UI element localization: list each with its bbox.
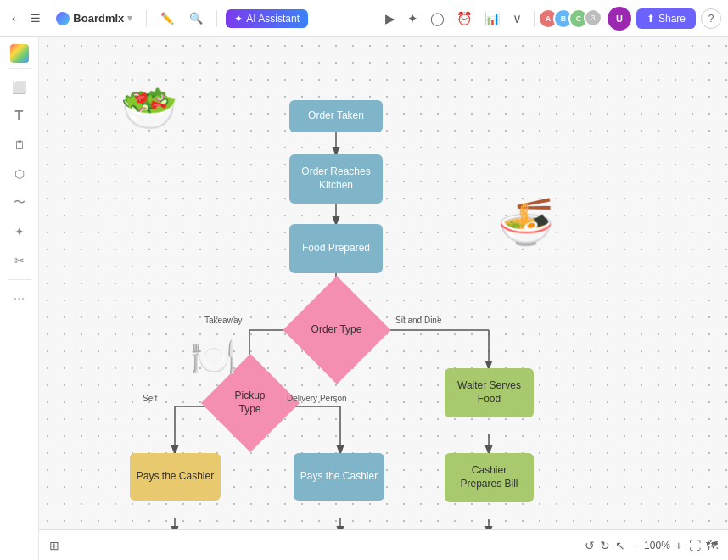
logo-icon [56,12,70,25]
zoom-control: − 100% + [630,539,684,552]
avatar-stack: A B C 3 [543,8,602,29]
menu-button[interactable]: ☰ [25,8,46,28]
zoom-out-button[interactable]: − [630,539,641,552]
order-type-diamond[interactable]: Order Type [296,292,377,368]
sticky-icon[interactable]: 🗒 [6,132,33,159]
help-button[interactable]: ? [701,8,721,29]
order-type-label: Order Type [311,323,362,337]
waiter-serves-box[interactable]: Waiter Serves Food [445,368,534,417]
pays-cashier-left-label: Pays the Cashier [137,470,214,484]
ai-icon: ✦ [234,13,243,25]
takeaway-label: Takeaway [204,316,242,325]
share-label: Share [658,13,686,25]
order-taken-label: Order Taken [308,109,364,123]
ramen-bowl-decoration: 🍜 [497,199,565,266]
toolbar-right: ▶ ✦ ◯ ⏰ 📊 ∨ A B C 3 U ⬆ Share ? [382,7,721,31]
self-label: Self [143,394,157,403]
undo-icon[interactable]: ↺ [585,539,595,552]
left-sidebar: ⬜ T 🗒 ⬡ 〜 ✦ ✂ ··· [0,37,39,560]
order-reaches-label: Order ReachesKitchen [301,165,370,192]
waiter-serves-label: Waiter Serves Food [445,379,534,406]
cursor-mode-icon[interactable]: ↖ [615,539,625,552]
zoom-level: 100% [644,540,670,552]
delivery-label: Delivery Person [287,394,347,403]
pays-cashier-right-box[interactable]: Pays the Cashier [294,453,384,501]
divider-1 [146,10,147,27]
pen-tool[interactable]: ✏️ [155,8,179,28]
search-button[interactable]: 🔍 [184,8,208,28]
app-name: Boardmlx [73,12,124,25]
cursor-icon[interactable]: ✦ [404,8,422,30]
cashier-prepares-box[interactable]: CashierPrepares Bill [445,453,534,502]
text-icon[interactable]: T [6,103,33,130]
bottom-bar: ⊞ ↺ ↻ ↖ − 100% + ⛶ 🗺 [39,529,728,560]
pickup-type-label: PickupType [234,389,265,416]
bubble-icon[interactable]: ◯ [427,8,448,30]
bottom-left-controls: ⊞ [49,539,59,552]
app-logo: Boardmlx ▾ [51,12,137,25]
ai-label: AI Assistant [246,13,300,25]
brush-icon[interactable]: ✦ [6,218,33,245]
share-icon: ⬆ [647,13,655,25]
share-button[interactable]: ⬆ Share [636,8,696,29]
pays-cashier-right-label: Pays the Cashier [300,470,378,484]
food-prepared-label: Food Prepared [302,242,370,255]
fit-view-icon[interactable]: ⛶ [689,539,701,552]
sidebar-divider-1 [8,68,31,69]
pen-icon[interactable]: 〜 [6,189,33,216]
redo-icon[interactable]: ↻ [600,539,610,552]
veggie-bowl-decoration: 🥗 [120,85,188,153]
chart-icon[interactable]: 📊 [481,8,504,30]
add-frame-icon[interactable]: ⊞ [49,539,59,552]
sidebar-divider-2 [8,279,31,280]
frame-icon[interactable]: ⬜ [6,74,33,101]
more-icon[interactable]: ∨ [509,8,525,30]
shape-icon[interactable]: ⬡ [6,160,33,188]
food-prepared-box[interactable]: Food Prepared [289,224,383,273]
top-bar: ‹ ☰ Boardmlx ▾ ✏️ 🔍 ✦ AI Assistant ▶ ✦ ◯… [0,0,728,37]
avatar-count: 3 [584,8,602,27]
order-taken-box[interactable]: Order Taken [289,100,383,132]
ai-assistant-button[interactable]: ✦ AI Assistant [226,9,308,28]
play-icon[interactable]: ▶ [382,8,399,30]
divider-2 [216,10,217,27]
order-reaches-box[interactable]: Order ReachesKitchen [289,154,383,204]
bottom-right-controls: ↺ ↻ ↖ − 100% + ⛶ 🗺 [585,539,718,552]
color-palette-icon[interactable] [10,44,29,63]
pays-cashier-left-box[interactable]: Pays the Cashier [130,453,221,501]
current-user-avatar[interactable]: U [608,7,631,31]
clock-icon[interactable]: ⏰ [453,8,476,30]
zoom-in-button[interactable]: + [674,539,684,552]
divider-3 [534,10,535,27]
cashier-prepares-label: CashierPrepares Bill [460,464,518,490]
scissors-icon[interactable]: ✂ [6,247,33,274]
dropdown-icon[interactable]: ▾ [127,13,132,24]
canvas[interactable]: Order Taken Order ReachesKitchen Food Pr… [39,37,728,560]
more-tools-icon[interactable]: ··· [6,285,33,312]
sit-dine-label: Sit and Dine [395,316,441,325]
back-button[interactable]: ‹ [7,8,20,28]
map-icon[interactable]: 🗺 [706,539,718,552]
